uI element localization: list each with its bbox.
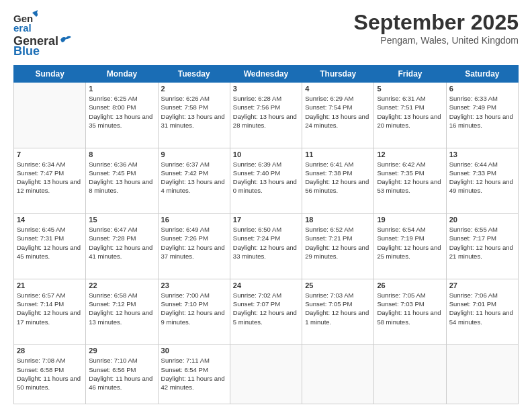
sunset-text: Sunset: 6:54 PM bbox=[161, 365, 227, 374]
calendar-cell: 17Sunrise: 6:50 AMSunset: 7:24 PMDayligh… bbox=[230, 214, 302, 279]
day-number: 24 bbox=[233, 281, 299, 289]
sunrise-text: Sunrise: 6:49 AM bbox=[161, 225, 227, 234]
day-number: 4 bbox=[305, 85, 371, 93]
day-number: 9 bbox=[161, 150, 227, 158]
sunset-text: Sunset: 7:49 PM bbox=[449, 103, 515, 111]
daylight-text: Daylight: 13 hours and 20 minutes. bbox=[377, 112, 443, 130]
sunrise-text: Sunrise: 7:05 AM bbox=[377, 291, 443, 300]
cell-content: Sunrise: 6:29 AMSunset: 7:54 PMDaylight:… bbox=[305, 94, 371, 130]
calendar-cell: 6Sunrise: 6:33 AMSunset: 7:49 PMDaylight… bbox=[446, 83, 518, 148]
sunset-text: Sunset: 7:12 PM bbox=[89, 300, 154, 308]
day-number: 3 bbox=[233, 85, 299, 93]
sunset-text: Sunset: 7:21 PM bbox=[305, 234, 371, 242]
daylight-text: Daylight: 12 hours and 49 minutes. bbox=[449, 177, 515, 195]
sunset-text: Sunset: 7:45 PM bbox=[89, 169, 154, 177]
cell-content: Sunrise: 6:25 AMSunset: 8:00 PMDaylight:… bbox=[89, 94, 154, 130]
cell-content: Sunrise: 6:58 AMSunset: 7:12 PMDaylight:… bbox=[89, 291, 154, 326]
sunrise-text: Sunrise: 6:29 AM bbox=[305, 94, 371, 103]
sunset-text: Sunset: 7:33 PM bbox=[449, 169, 515, 177]
day-number: 22 bbox=[89, 281, 154, 289]
sunrise-text: Sunrise: 6:39 AM bbox=[233, 160, 299, 169]
daylight-text: Daylight: 13 hours and 4 minutes. bbox=[161, 177, 227, 195]
calendar-cell: 23Sunrise: 7:00 AMSunset: 7:10 PMDayligh… bbox=[158, 279, 230, 345]
sunrise-text: Sunrise: 6:44 AM bbox=[449, 160, 515, 169]
day-number: 1 bbox=[89, 85, 154, 93]
calendar-cell: 22Sunrise: 6:58 AMSunset: 7:12 PMDayligh… bbox=[86, 279, 158, 345]
daylight-text: Daylight: 13 hours and 31 minutes. bbox=[161, 112, 227, 130]
sunset-text: Sunset: 7:51 PM bbox=[377, 103, 443, 111]
calendar-cell: 27Sunrise: 7:06 AMSunset: 7:01 PMDayligh… bbox=[446, 279, 518, 345]
calendar-cell bbox=[302, 345, 374, 404]
sunrise-text: Sunrise: 7:00 AM bbox=[161, 291, 227, 300]
cell-content: Sunrise: 6:28 AMSunset: 7:56 PMDaylight:… bbox=[233, 94, 299, 130]
day-number: 23 bbox=[161, 281, 227, 289]
sunrise-text: Sunrise: 7:10 AM bbox=[89, 356, 154, 365]
calendar-cell: 12Sunrise: 6:42 AMSunset: 7:35 PMDayligh… bbox=[374, 148, 446, 214]
daylight-text: Daylight: 12 hours and 17 minutes. bbox=[17, 308, 83, 326]
calendar-cell: 15Sunrise: 6:47 AMSunset: 7:28 PMDayligh… bbox=[86, 214, 158, 279]
day-number: 16 bbox=[161, 216, 227, 224]
sunset-text: Sunset: 7:19 PM bbox=[377, 234, 443, 242]
sunrise-text: Sunrise: 7:03 AM bbox=[305, 291, 371, 300]
sunrise-text: Sunrise: 6:42 AM bbox=[377, 160, 443, 169]
cell-content: Sunrise: 7:06 AMSunset: 7:01 PMDaylight:… bbox=[449, 291, 515, 326]
day-header-tuesday: Tuesday bbox=[158, 66, 230, 83]
sunrise-text: Sunrise: 7:06 AM bbox=[449, 291, 515, 300]
cell-content: Sunrise: 6:42 AMSunset: 7:35 PMDaylight:… bbox=[377, 160, 443, 195]
day-number: 6 bbox=[449, 85, 515, 93]
sunset-text: Sunset: 7:35 PM bbox=[377, 169, 443, 177]
calendar-cell: 4Sunrise: 6:29 AMSunset: 7:54 PMDaylight… bbox=[302, 83, 374, 148]
day-number: 14 bbox=[17, 216, 83, 224]
daylight-text: Daylight: 12 hours and 45 minutes. bbox=[17, 243, 83, 261]
daylight-text: Daylight: 12 hours and 33 minutes. bbox=[233, 243, 299, 261]
day-header-monday: Monday bbox=[86, 66, 158, 83]
sunrise-text: Sunrise: 6:45 AM bbox=[17, 225, 83, 234]
sunset-text: Sunset: 7:17 PM bbox=[449, 234, 515, 242]
sunset-text: Sunset: 6:58 PM bbox=[17, 365, 83, 374]
cell-content: Sunrise: 6:45 AMSunset: 7:31 PMDaylight:… bbox=[17, 225, 83, 261]
daylight-text: Daylight: 12 hours and 25 minutes. bbox=[377, 243, 443, 261]
week-row-5: 28Sunrise: 7:08 AMSunset: 6:58 PMDayligh… bbox=[14, 345, 519, 404]
calendar-cell bbox=[14, 83, 86, 148]
daylight-text: Daylight: 12 hours and 56 minutes. bbox=[305, 177, 371, 195]
sunrise-text: Sunrise: 6:58 AM bbox=[89, 291, 154, 300]
cell-content: Sunrise: 6:47 AMSunset: 7:28 PMDaylight:… bbox=[89, 225, 154, 261]
sunset-text: Sunset: 7:54 PM bbox=[305, 103, 371, 111]
calendar-cell bbox=[230, 345, 302, 404]
daylight-text: Daylight: 12 hours and 41 minutes. bbox=[89, 243, 154, 261]
calendar-cell: 3Sunrise: 6:28 AMSunset: 7:56 PMDaylight… bbox=[230, 83, 302, 148]
sunset-text: Sunset: 7:01 PM bbox=[449, 300, 515, 308]
week-row-4: 21Sunrise: 6:57 AMSunset: 7:14 PMDayligh… bbox=[14, 279, 519, 345]
cell-content: Sunrise: 6:52 AMSunset: 7:21 PMDaylight:… bbox=[305, 225, 371, 261]
calendar-cell: 7Sunrise: 6:34 AMSunset: 7:47 PMDaylight… bbox=[14, 148, 86, 214]
cell-content: Sunrise: 6:55 AMSunset: 7:17 PMDaylight:… bbox=[449, 225, 515, 261]
sunrise-text: Sunrise: 6:54 AM bbox=[377, 225, 443, 234]
day-number: 13 bbox=[449, 150, 515, 158]
calendar-cell: 18Sunrise: 6:52 AMSunset: 7:21 PMDayligh… bbox=[302, 214, 374, 279]
daylight-text: Daylight: 11 hours and 50 minutes. bbox=[17, 374, 83, 392]
cell-content: Sunrise: 7:10 AMSunset: 6:56 PMDaylight:… bbox=[89, 356, 154, 392]
sunrise-text: Sunrise: 6:31 AM bbox=[377, 94, 443, 103]
location: Pengam, Wales, United Kingdom bbox=[354, 35, 519, 46]
sunset-text: Sunset: 6:56 PM bbox=[89, 365, 154, 374]
daylight-text: Daylight: 12 hours and 53 minutes. bbox=[377, 177, 443, 195]
sunset-text: Sunset: 7:38 PM bbox=[305, 169, 371, 177]
daylight-text: Daylight: 12 hours and 9 minutes. bbox=[161, 308, 227, 326]
cell-content: Sunrise: 6:37 AMSunset: 7:42 PMDaylight:… bbox=[161, 160, 227, 195]
daylight-text: Daylight: 13 hours and 0 minutes. bbox=[233, 177, 299, 195]
cell-content: Sunrise: 7:00 AMSunset: 7:10 PMDaylight:… bbox=[161, 291, 227, 326]
day-number: 26 bbox=[377, 281, 443, 289]
calendar-cell: 2Sunrise: 6:26 AMSunset: 7:58 PMDaylight… bbox=[158, 83, 230, 148]
calendar-cell: 16Sunrise: 6:49 AMSunset: 7:26 PMDayligh… bbox=[158, 214, 230, 279]
sunset-text: Sunset: 7:40 PM bbox=[233, 169, 299, 177]
day-number: 8 bbox=[89, 150, 154, 158]
week-row-2: 7Sunrise: 6:34 AMSunset: 7:47 PMDaylight… bbox=[14, 148, 519, 214]
sunrise-text: Sunrise: 6:52 AM bbox=[305, 225, 371, 234]
cell-content: Sunrise: 6:50 AMSunset: 7:24 PMDaylight:… bbox=[233, 225, 299, 261]
calendar-table: SundayMondayTuesdayWednesdayThursdayFrid… bbox=[13, 65, 519, 404]
sunrise-text: Sunrise: 6:57 AM bbox=[17, 291, 83, 300]
day-number: 15 bbox=[89, 216, 154, 224]
daylight-text: Daylight: 12 hours and 1 minute. bbox=[305, 308, 371, 326]
sunrise-text: Sunrise: 7:02 AM bbox=[233, 291, 299, 300]
day-number: 7 bbox=[17, 150, 83, 158]
